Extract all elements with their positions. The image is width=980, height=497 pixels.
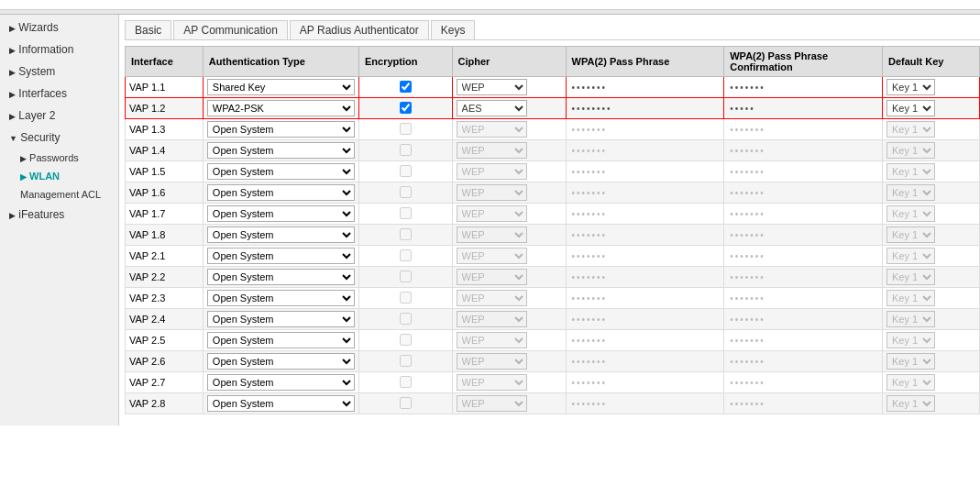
default-key-select[interactable]: Key 1Key 2Key 3Key 4 (886, 269, 935, 285)
cell-default-key[interactable]: Key 1Key 2Key 3Key 4 (882, 267, 979, 288)
cell-default-key[interactable]: Key 1Key 2Key 3Key 4 (882, 309, 979, 330)
auth-type-select[interactable]: Open SystemShared KeyWPA-PSKWPA2-PSKWPA-… (207, 205, 355, 222)
cell-encryption[interactable] (358, 161, 452, 182)
cell-cipher[interactable]: WEPAESTKIPTKIP+AES (452, 288, 566, 309)
cell-default-key[interactable]: Key 1Key 2Key 3Key 4 (882, 246, 979, 267)
sidebar-item-ifeatures[interactable]: ▶ iFeatures (0, 204, 118, 226)
cell-cipher[interactable]: WEPAESTKIPTKIP+AES (452, 182, 566, 204)
encryption-checkbox[interactable] (400, 334, 412, 346)
encryption-checkbox[interactable] (400, 207, 412, 219)
cell-auth-type[interactable]: Open SystemShared KeyWPA-PSKWPA2-PSKWPA-… (203, 372, 358, 393)
encryption-checkbox[interactable] (400, 397, 412, 409)
default-key-select[interactable]: Key 1Key 2Key 3Key 4 (886, 142, 935, 159)
cell-encryption[interactable] (358, 267, 452, 288)
cell-encryption[interactable] (358, 182, 452, 204)
cell-auth-type[interactable]: Open SystemShared KeyWPA-PSKWPA2-PSKWPA-… (203, 204, 358, 225)
sidebar-item-wlan[interactable]: ▶ WLAN (0, 167, 118, 185)
cell-auth-type[interactable]: Open SystemShared KeyWPA-PSKWPA2-PSKWPA-… (203, 140, 358, 161)
default-key-select[interactable]: Key 1Key 2Key 3Key 4 (886, 100, 935, 116)
auth-type-select[interactable]: Open SystemShared KeyWPA-PSKWPA2-PSKWPA-… (207, 121, 355, 138)
cell-encryption[interactable] (358, 393, 452, 414)
encryption-checkbox[interactable] (400, 355, 412, 367)
auth-type-select[interactable]: Open SystemShared KeyWPA-PSKWPA2-PSKWPA-… (207, 226, 355, 243)
sidebar-item-information[interactable]: ▶ Information (0, 39, 118, 61)
auth-type-select[interactable]: Open SystemShared KeyWPA-PSKWPA2-PSKWPA-… (207, 248, 355, 264)
cell-auth-type[interactable]: Open SystemShared KeyWPA-PSKWPA2-PSKWPA-… (203, 225, 358, 246)
encryption-checkbox[interactable] (400, 81, 412, 93)
auth-type-select[interactable]: Open SystemShared KeyWPA-PSKWPA2-PSKWPA-… (207, 79, 355, 95)
cipher-select[interactable]: WEPAESTKIPTKIP+AES (457, 290, 527, 306)
cell-cipher[interactable]: WEPAESTKIPTKIP+AES (452, 204, 566, 225)
encryption-checkbox[interactable] (400, 228, 412, 240)
cipher-select[interactable]: WEPAESTKIPTKIP+AES (457, 79, 527, 95)
cell-auth-type[interactable]: Open SystemShared KeyWPA-PSKWPA2-PSKWPA-… (203, 119, 358, 140)
default-key-select[interactable]: Key 1Key 2Key 3Key 4 (886, 353, 935, 370)
auth-type-select[interactable]: Open SystemShared KeyWPA-PSKWPA2-PSKWPA-… (207, 163, 355, 180)
cipher-select[interactable]: WEPAESTKIPTKIP+AES (457, 332, 527, 348)
cipher-select[interactable]: WEPAESTKIPTKIP+AES (457, 163, 527, 180)
cell-default-key[interactable]: Key 1Key 2Key 3Key 4 (882, 140, 979, 161)
cell-auth-type[interactable]: Open SystemShared KeyWPA-PSKWPA2-PSKWPA-… (203, 98, 358, 119)
encryption-checkbox[interactable] (400, 102, 412, 114)
cell-auth-type[interactable]: Open SystemShared KeyWPA-PSKWPA2-PSKWPA-… (203, 393, 358, 414)
cell-cipher[interactable]: WEPAESTKIPTKIP+AES (452, 393, 566, 414)
cell-auth-type[interactable]: Open SystemShared KeyWPA-PSKWPA2-PSKWPA-… (203, 77, 358, 98)
tab-ap-radius[interactable]: AP Radius Authenticator (290, 20, 429, 39)
default-key-select[interactable]: Key 1Key 2Key 3Key 4 (886, 226, 935, 243)
auth-type-select[interactable]: Open SystemShared KeyWPA-PSKWPA2-PSKWPA-… (207, 311, 355, 327)
cell-cipher[interactable]: WEPAESTKIPTKIP+AES (452, 77, 566, 98)
sidebar-item-layer2[interactable]: ▶ Layer 2 (0, 105, 118, 127)
cell-encryption[interactable] (358, 204, 452, 225)
cell-encryption[interactable] (358, 309, 452, 330)
auth-type-select[interactable]: Open SystemShared KeyWPA-PSKWPA2-PSKWPA-… (207, 100, 355, 116)
cipher-select[interactable]: WEPAESTKIPTKIP+AES (457, 121, 527, 138)
default-key-select[interactable]: Key 1Key 2Key 3Key 4 (886, 332, 935, 348)
encryption-checkbox[interactable] (400, 144, 412, 156)
default-key-select[interactable]: Key 1Key 2Key 3Key 4 (886, 290, 935, 306)
cell-auth-type[interactable]: Open SystemShared KeyWPA-PSKWPA2-PSKWPA-… (203, 330, 358, 351)
cell-cipher[interactable]: WEPAESTKIPTKIP+AES (452, 309, 566, 330)
cell-encryption[interactable] (358, 77, 452, 98)
cell-auth-type[interactable]: Open SystemShared KeyWPA-PSKWPA2-PSKWPA-… (203, 309, 358, 330)
cell-encryption[interactable] (358, 372, 452, 393)
auth-type-select[interactable]: Open SystemShared KeyWPA-PSKWPA2-PSKWPA-… (207, 269, 355, 285)
sidebar-item-management-acl[interactable]: Management ACL (0, 185, 118, 204)
cell-default-key[interactable]: Key 1Key 2Key 3Key 4 (882, 372, 979, 393)
auth-type-select[interactable]: Open SystemShared KeyWPA-PSKWPA2-PSKWPA-… (207, 290, 355, 306)
auth-type-select[interactable]: Open SystemShared KeyWPA-PSKWPA2-PSKWPA-… (207, 184, 355, 201)
default-key-select[interactable]: Key 1Key 2Key 3Key 4 (886, 163, 935, 180)
cell-auth-type[interactable]: Open SystemShared KeyWPA-PSKWPA2-PSKWPA-… (203, 161, 358, 182)
auth-type-select[interactable]: Open SystemShared KeyWPA-PSKWPA2-PSKWPA-… (207, 395, 355, 412)
cell-default-key[interactable]: Key 1Key 2Key 3Key 4 (882, 351, 979, 372)
cell-auth-type[interactable]: Open SystemShared KeyWPA-PSKWPA2-PSKWPA-… (203, 267, 358, 288)
cell-default-key[interactable]: Key 1Key 2Key 3Key 4 (882, 119, 979, 140)
default-key-select[interactable]: Key 1Key 2Key 3Key 4 (886, 205, 935, 222)
cell-default-key[interactable]: Key 1Key 2Key 3Key 4 (882, 393, 979, 414)
encryption-checkbox[interactable] (400, 376, 412, 388)
cell-cipher[interactable]: WEPAESTKIPTKIP+AES (452, 372, 566, 393)
cell-encryption[interactable] (358, 330, 452, 351)
cell-auth-type[interactable]: Open SystemShared KeyWPA-PSKWPA2-PSKWPA-… (203, 288, 358, 309)
cell-encryption[interactable] (358, 225, 452, 246)
cipher-select[interactable]: WEPAESTKIPTKIP+AES (457, 248, 527, 264)
sidebar-item-security[interactable]: ▼ Security (0, 127, 118, 149)
cipher-select[interactable]: WEPAESTKIPTKIP+AES (457, 100, 527, 116)
cell-encryption[interactable] (358, 98, 452, 119)
cipher-select[interactable]: WEPAESTKIPTKIP+AES (457, 226, 527, 243)
cell-encryption[interactable] (358, 119, 452, 140)
sidebar-item-passwords[interactable]: ▶ Passwords (0, 149, 118, 167)
cell-default-key[interactable]: Key 1Key 2Key 3Key 4 (882, 161, 979, 182)
cell-encryption[interactable] (358, 246, 452, 267)
encryption-checkbox[interactable] (400, 292, 412, 304)
default-key-select[interactable]: Key 1Key 2Key 3Key 4 (886, 248, 935, 264)
cell-cipher[interactable]: WEPAESTKIPTKIP+AES (452, 140, 566, 161)
tab-keys[interactable]: Keys (431, 20, 476, 39)
encryption-checkbox[interactable] (400, 186, 412, 198)
auth-type-select[interactable]: Open SystemShared KeyWPA-PSKWPA2-PSKWPA-… (207, 353, 355, 370)
cipher-select[interactable]: WEPAESTKIPTKIP+AES (457, 353, 527, 370)
sidebar-item-system[interactable]: ▶ System (0, 61, 118, 83)
cipher-select[interactable]: WEPAESTKIPTKIP+AES (457, 184, 527, 201)
encryption-checkbox[interactable] (400, 313, 412, 325)
cell-default-key[interactable]: Key 1Key 2Key 3Key 4 (882, 225, 979, 246)
cell-cipher[interactable]: WEPAESTKIPTKIP+AES (452, 330, 566, 351)
